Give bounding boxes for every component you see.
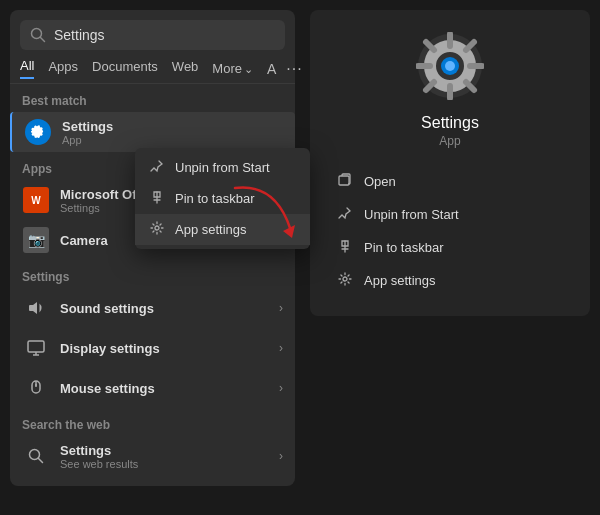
right-panel-settings-icon — [414, 30, 486, 102]
pin-icon — [149, 190, 165, 207]
tab-more[interactable]: More — [212, 61, 253, 76]
app-settings-icon — [149, 221, 165, 238]
settings-item-sub: App — [62, 134, 283, 146]
mouse-text: Mouse settings — [60, 381, 279, 396]
web-settings-chevron-icon: › — [279, 449, 283, 463]
right-action-pin-taskbar[interactable]: Pin to taskbar — [326, 232, 574, 263]
right-panel-actions: Open Unpin from Start Pin to taskbar — [326, 166, 574, 296]
web-settings-name: Settings — [60, 443, 279, 458]
svg-line-9 — [39, 459, 43, 463]
display-text: Display settings — [60, 341, 279, 356]
right-action-open[interactable]: Open — [326, 166, 574, 197]
right-action-unpin-start[interactable]: Unpin from Start — [326, 199, 574, 230]
display-chevron-icon: › — [279, 341, 283, 355]
section-best-match: Best match — [10, 84, 295, 112]
svg-rect-24 — [339, 176, 349, 185]
tab-all[interactable]: All — [20, 58, 34, 79]
ctx-pin-taskbar[interactable]: Pin to taskbar — [135, 183, 310, 214]
right-gear-icon — [336, 272, 354, 289]
svg-point-7 — [35, 384, 37, 386]
mouse-chevron-icon: › — [279, 381, 283, 395]
settings-item-name: Settings — [62, 119, 283, 134]
search-bar[interactable]: Settings — [20, 20, 285, 50]
svg-point-25 — [343, 277, 347, 281]
sound-name: Sound settings — [60, 301, 279, 316]
ctx-app-settings[interactable]: App settings — [135, 214, 310, 245]
context-menu: Unpin from Start Pin to taskbar App sett… — [135, 148, 310, 249]
display-icon — [22, 334, 50, 362]
svg-line-1 — [41, 38, 45, 42]
svg-rect-2 — [28, 341, 44, 352]
list-item-mouse[interactable]: Mouse settings › — [10, 368, 295, 408]
right-unpin-icon — [336, 206, 354, 223]
settings-item-text: Settings App — [62, 119, 283, 146]
svg-point-10 — [155, 226, 159, 230]
list-item-settings-best[interactable]: Settings App — [10, 112, 295, 152]
open-icon — [336, 173, 354, 190]
sound-chevron-icon: › — [279, 301, 283, 315]
ctx-unpin-start[interactable]: Unpin from Start — [135, 152, 310, 183]
sound-text: Sound settings — [60, 301, 279, 316]
search-icon — [30, 27, 46, 43]
web-search-icon — [22, 442, 50, 470]
list-item-web-settings[interactable]: Settings See web results › — [10, 436, 295, 476]
list-item-sound[interactable]: Sound settings › — [10, 288, 295, 328]
tabs-row: All Apps Documents Web More A ··· — [10, 50, 295, 84]
web-settings-text: Settings See web results — [60, 443, 279, 470]
tab-documents[interactable]: Documents — [92, 59, 158, 78]
mouse-icon — [22, 374, 50, 402]
search-input-value: Settings — [54, 27, 105, 43]
right-panel-app-type: App — [439, 134, 460, 148]
list-item-display[interactable]: Display settings › — [10, 328, 295, 368]
section-search-web: Search the web — [10, 408, 295, 436]
display-name: Display settings — [60, 341, 279, 356]
camera-icon: 📷 — [22, 226, 50, 254]
tab-apps[interactable]: Apps — [48, 59, 78, 78]
tab-web[interactable]: Web — [172, 59, 199, 78]
unpin-icon — [149, 159, 165, 176]
more-options-icon[interactable]: ··· — [286, 60, 302, 78]
section-settings: Settings — [10, 260, 295, 288]
mouse-name: Mouse settings — [60, 381, 279, 396]
sound-icon — [22, 294, 50, 322]
right-panel: Settings App Open Unpin from Start — [310, 10, 590, 316]
right-pin-icon — [336, 239, 354, 256]
right-action-app-settings[interactable]: App settings — [326, 265, 574, 296]
tab-right-controls: A ··· — [267, 60, 303, 78]
more-chevron-icon — [244, 61, 253, 76]
web-settings-sub: See web results — [60, 458, 279, 470]
text-size-icon[interactable]: A — [267, 61, 276, 77]
svg-point-23 — [445, 61, 455, 71]
ms-office-icon: W — [22, 186, 50, 214]
settings-icon — [24, 118, 52, 146]
right-panel-app-name: Settings — [421, 114, 479, 132]
